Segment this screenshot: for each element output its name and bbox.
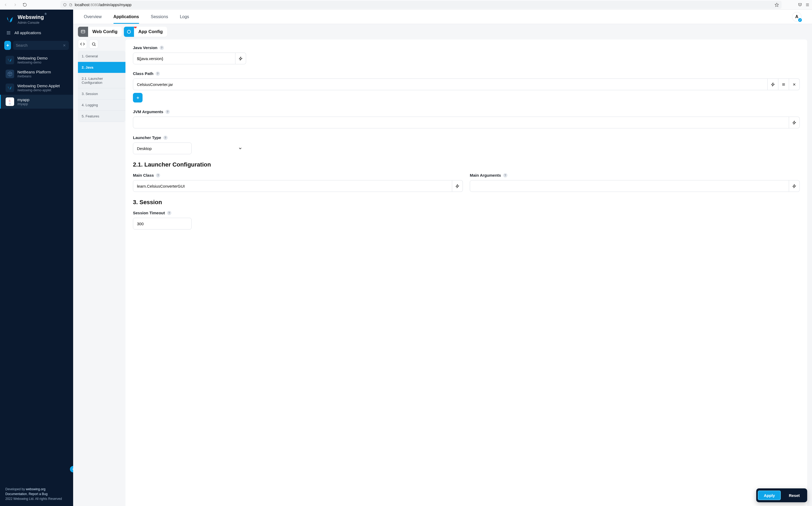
sidebar-all-applications[interactable]: All applications bbox=[0, 27, 73, 39]
app-path: /webswing-demo bbox=[17, 61, 48, 64]
sidebar-all-applications-label: All applications bbox=[14, 30, 41, 35]
shield-icon bbox=[63, 3, 67, 7]
variable-resolve-button[interactable] bbox=[789, 180, 800, 192]
input-main-arguments[interactable] bbox=[470, 180, 789, 192]
toc-item-general[interactable]: 1. General bbox=[78, 51, 126, 62]
footer-link-report-bug[interactable]: Report a Bug bbox=[28, 492, 48, 496]
app-name: NetBeans Platform bbox=[17, 70, 51, 74]
select-launcher-type[interactable] bbox=[133, 143, 192, 154]
reset-button[interactable]: Reset bbox=[783, 491, 806, 500]
help-icon[interactable]: ? bbox=[503, 173, 507, 177]
svg-marker-34 bbox=[793, 184, 796, 188]
chevron-down-icon bbox=[238, 146, 242, 151]
sidebar-search[interactable] bbox=[13, 41, 69, 50]
app-icon bbox=[6, 56, 14, 64]
help-icon[interactable]: ? bbox=[156, 72, 160, 76]
avatar-badge-icon bbox=[798, 18, 802, 22]
clear-search-icon[interactable] bbox=[63, 44, 66, 47]
tab-web-config[interactable]: Web Config bbox=[78, 27, 122, 37]
input-java-version[interactable] bbox=[133, 53, 235, 64]
tab-overview[interactable]: Overview bbox=[84, 10, 102, 23]
label-launcher-type: Launcher Type? bbox=[133, 135, 800, 140]
browser-url-bar[interactable]: localhost:8080/admin/apps/myapp bbox=[60, 1, 782, 9]
app-path: /myapp bbox=[17, 102, 29, 106]
avatar-initial: A bbox=[795, 14, 798, 19]
input-session-timeout[interactable] bbox=[133, 218, 192, 230]
brand-title: Webswing® bbox=[18, 14, 44, 20]
svg-rect-5 bbox=[8, 31, 9, 32]
footer-link-webswing[interactable]: webswing.org bbox=[26, 487, 46, 491]
search-input[interactable] bbox=[16, 43, 63, 48]
app-icon bbox=[6, 84, 14, 92]
search-config-button[interactable] bbox=[89, 39, 98, 49]
app-item-myapp[interactable]: Java myapp/myapp bbox=[0, 95, 73, 109]
label-jvm-arguments: JVM Arguments? bbox=[133, 109, 800, 114]
svg-rect-7 bbox=[7, 32, 8, 33]
svg-rect-6 bbox=[9, 31, 10, 32]
app-item-webswing-demo[interactable]: Webswing Demo/webswing-demo bbox=[0, 53, 73, 67]
svg-marker-24 bbox=[772, 83, 775, 86]
reorder-handle-icon[interactable] bbox=[779, 78, 789, 90]
brand: Webswing® Admin Console bbox=[0, 10, 73, 27]
add-app-button[interactable] bbox=[4, 41, 11, 50]
help-icon[interactable]: ? bbox=[160, 46, 164, 50]
toc-item-java[interactable]: 2. Java bbox=[78, 62, 126, 73]
brand-subtitle: Admin Console bbox=[18, 21, 44, 24]
dirty-indicator-icon bbox=[134, 27, 137, 28]
svg-rect-12 bbox=[9, 33, 10, 34]
svg-rect-11 bbox=[8, 33, 9, 34]
input-class-path[interactable] bbox=[133, 78, 768, 90]
tab-applications[interactable]: Applications bbox=[113, 10, 139, 23]
apply-button[interactable]: Apply bbox=[758, 491, 781, 500]
java-icon: Java bbox=[6, 97, 14, 106]
section-session: 3. Session bbox=[133, 199, 800, 206]
label-main-arguments: Main Arguments? bbox=[470, 173, 800, 177]
sidebar-footer: Developed by webswing.org Documentation,… bbox=[0, 483, 73, 506]
toc-item-launcher-configuration[interactable]: 2.1. Launcher Configuration bbox=[78, 73, 126, 88]
browser-reload-button[interactable] bbox=[21, 1, 28, 8]
app-name: myapp bbox=[17, 97, 29, 102]
variable-resolve-button[interactable] bbox=[789, 116, 800, 129]
app-path: /netbeans bbox=[17, 74, 51, 78]
add-classpath-entry-button[interactable] bbox=[133, 93, 143, 102]
footer-copyright: 2022 Webswing Ltd. All rights Reserved bbox=[5, 496, 68, 501]
tab-app-config[interactable]: App Config bbox=[124, 27, 167, 37]
svg-marker-32 bbox=[793, 121, 796, 124]
tab-sessions[interactable]: Sessions bbox=[151, 10, 168, 23]
tab-logs[interactable]: Logs bbox=[180, 10, 189, 23]
app-item-netbeans[interactable]: NetBeans Platform/netbeans bbox=[0, 67, 73, 81]
user-avatar[interactable]: A bbox=[792, 12, 801, 21]
browser-back-button[interactable] bbox=[2, 1, 9, 8]
svg-rect-10 bbox=[7, 33, 8, 34]
page-icon bbox=[69, 3, 73, 7]
remove-entry-button[interactable] bbox=[789, 78, 800, 90]
help-icon[interactable]: ? bbox=[156, 173, 160, 177]
help-icon[interactable]: ? bbox=[167, 211, 171, 215]
variable-resolve-button[interactable] bbox=[452, 180, 463, 192]
app-item-webswing-demo-applet[interactable]: Webswing Demo Applet/webswing-demo-apple… bbox=[0, 81, 73, 95]
input-jvm-arguments[interactable] bbox=[133, 116, 789, 129]
svg-line-22 bbox=[94, 45, 95, 46]
app-name: Webswing Demo bbox=[17, 56, 48, 61]
hamburger-icon[interactable] bbox=[805, 2, 810, 7]
browser-forward-button[interactable] bbox=[12, 1, 19, 8]
toc-item-logging[interactable]: 4. Logging bbox=[78, 99, 126, 111]
bookmark-icon[interactable] bbox=[775, 3, 779, 7]
pocket-icon[interactable] bbox=[798, 2, 802, 7]
browser-chrome: localhost:8080/admin/apps/myapp bbox=[0, 0, 812, 10]
url-text: localhost:8080/admin/apps/myapp bbox=[75, 3, 132, 7]
toc-item-features[interactable]: 5. Features bbox=[78, 111, 126, 122]
input-main-class[interactable] bbox=[133, 180, 452, 192]
footer-link-documentation[interactable]: Documentation bbox=[5, 492, 27, 496]
svg-rect-18 bbox=[81, 30, 85, 33]
help-icon[interactable]: ? bbox=[165, 110, 170, 114]
svg-marker-23 bbox=[239, 57, 242, 60]
variable-resolve-button[interactable] bbox=[768, 78, 779, 90]
app-icon bbox=[6, 70, 14, 78]
svg-rect-4 bbox=[7, 31, 8, 32]
help-icon[interactable]: ? bbox=[163, 136, 168, 140]
toc-item-session[interactable]: 3. Session bbox=[78, 88, 126, 99]
json-view-button[interactable] bbox=[78, 39, 87, 49]
variable-resolve-button[interactable] bbox=[235, 53, 246, 64]
svg-marker-0 bbox=[775, 3, 779, 6]
